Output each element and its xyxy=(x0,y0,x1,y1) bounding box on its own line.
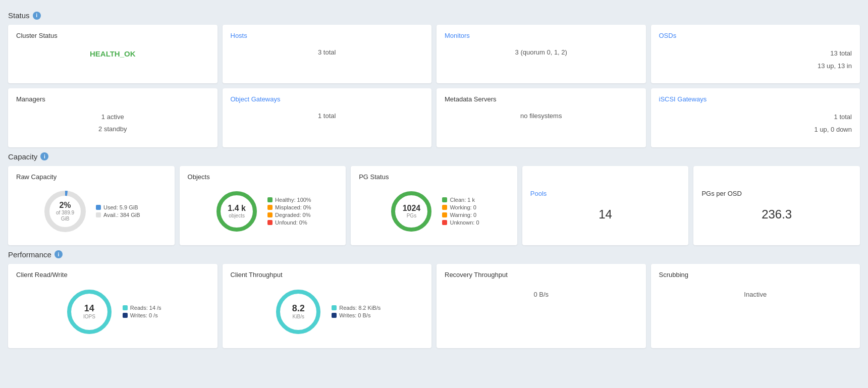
client-throughput-sub: KiB/s xyxy=(292,314,305,320)
client-rw-donut: 14 IOPS xyxy=(64,287,115,337)
raw-used-legend: Used: 5.9 GiB xyxy=(96,204,140,210)
client-reads-label: Reads: 14 /s xyxy=(130,305,161,311)
pg-unknown-dot xyxy=(442,220,447,225)
objects-healthy-label: Healthy: 100% xyxy=(275,197,311,203)
managers-title: Managers xyxy=(16,95,209,103)
objects-misplaced-legend: Misplaced: 0% xyxy=(267,204,311,210)
managers-line1: 1 active xyxy=(16,111,209,123)
hosts-card: Hosts 3 total xyxy=(223,25,432,83)
capacity-info-icon[interactable]: i xyxy=(40,152,48,160)
cluster-status-card: Cluster Status HEALTH_OK xyxy=(8,25,218,83)
throughput-writes-dot xyxy=(332,313,337,318)
raw-avail-label: Avail.: 384 GiB xyxy=(103,212,140,218)
osds-line1: 13 total xyxy=(659,47,852,60)
client-rw-chart: 14 IOPS Reads: 14 /s Writes: 0 /s xyxy=(16,283,209,341)
status-row-2: Managers 1 active 2 standby Object Gatew… xyxy=(8,88,860,147)
iscsi-line2: 1 up, 0 down xyxy=(659,124,852,136)
monitors-card: Monitors 3 (quorum 0, 1, 2) xyxy=(437,25,646,83)
raw-capacity-card: Raw Capacity 2% of 389.9 GiB Used: 5 xyxy=(8,166,175,245)
hosts-value: 3 total xyxy=(231,43,424,61)
objects-unfound-label: Unfound: 0% xyxy=(275,219,307,226)
objects-unfound-legend: Unfound: 0% xyxy=(267,219,311,226)
status-info-icon[interactable]: i xyxy=(33,12,41,20)
client-throughput-chart: 8.2 KiB/s Reads: 8.2 KiB/s Writes: 0 B/s xyxy=(231,283,424,341)
performance-section-header: Performance i xyxy=(8,250,860,259)
pgs-per-osd-card: PGs per OSD 236.3 xyxy=(693,166,860,245)
client-rw-card: Client Read/Write 14 IOPS Reads: 14 xyxy=(8,264,218,348)
pg-clean-label: Clean: 1 k xyxy=(450,197,475,203)
pools-value: 14 xyxy=(530,207,681,221)
objects-sub: objects xyxy=(228,213,246,219)
raw-capacity-label: 2% of 389.9 GiB xyxy=(54,200,77,222)
client-rw-center: 14 xyxy=(83,303,95,314)
performance-label: Performance xyxy=(8,250,51,259)
pg-unknown-legend: Unknown: 0 xyxy=(442,219,479,226)
pg-status-title: PG Status xyxy=(359,173,509,181)
raw-used-label: Used: 5.9 GiB xyxy=(103,204,138,210)
pg-working-dot xyxy=(442,205,447,210)
managers-values: 1 active 2 standby xyxy=(16,107,209,139)
client-throughput-legend: Reads: 8.2 KiB/s Writes: 0 B/s xyxy=(332,305,381,318)
objects-card: Objects 1.4 k objects Healthy: 100% xyxy=(180,166,346,245)
scrubbing-title: Scrubbing xyxy=(659,271,852,279)
status-label: Status xyxy=(8,11,30,20)
osds-values: 13 total 13 up, 13 in xyxy=(659,43,852,76)
raw-capacity-percent: 2% xyxy=(54,200,77,210)
raw-capacity-sub: of 389.9 GiB xyxy=(54,210,77,222)
monitors-title[interactable]: Monitors xyxy=(445,32,638,39)
recovery-throughput-title: Recovery Throughput xyxy=(445,271,638,279)
pg-warning-label: Warning: 0 xyxy=(450,212,476,218)
capacity-section-header: Capacity i xyxy=(8,152,860,161)
object-gateways-title[interactable]: Object Gateways xyxy=(231,95,424,103)
client-writes-dot xyxy=(123,313,128,318)
scrubbing-value: Inactive xyxy=(659,283,852,306)
iscsi-gateways-title[interactable]: iSCSI Gateways xyxy=(659,95,852,103)
objects-misplaced-dot xyxy=(267,205,273,210)
objects-legend: Healthy: 100% Misplaced: 0% Degraded: 0%… xyxy=(267,197,311,226)
client-rw-sub: IOPS xyxy=(83,314,95,320)
cluster-status-title: Cluster Status xyxy=(16,32,209,39)
client-writes-label: Writes: 0 /s xyxy=(130,312,158,318)
objects-healthy-legend: Healthy: 100% xyxy=(267,197,311,203)
objects-label: 1.4 k objects xyxy=(228,203,246,219)
raw-used-dot xyxy=(96,205,101,210)
throughput-reads-dot xyxy=(332,305,337,310)
client-rw-legend: Reads: 14 /s Writes: 0 /s xyxy=(123,305,161,318)
osds-card: OSDs 13 total 13 up, 13 in xyxy=(651,25,860,83)
hosts-title[interactable]: Hosts xyxy=(231,32,424,39)
iscsi-values: 1 total 1 up, 0 down xyxy=(659,107,852,140)
client-rw-title: Client Read/Write xyxy=(16,271,209,279)
performance-info-icon[interactable]: i xyxy=(55,250,63,258)
metadata-servers-card: Metadata Servers no filesystems xyxy=(437,88,646,147)
client-throughput-label: 8.2 KiB/s xyxy=(292,303,305,320)
client-throughput-center: 8.2 xyxy=(292,303,305,314)
throughput-reads-legend: Reads: 8.2 KiB/s xyxy=(332,305,381,311)
status-section-header: Status i xyxy=(8,11,860,20)
pg-status-sub: PGs xyxy=(403,213,421,219)
objects-degraded-legend: Degraded: 0% xyxy=(267,212,311,218)
performance-row: Client Read/Write 14 IOPS Reads: 14 xyxy=(8,264,860,348)
capacity-label: Capacity xyxy=(8,152,37,161)
objects-unfound-dot xyxy=(267,220,273,225)
pgs-per-osd-value: 236.3 xyxy=(701,207,852,221)
pg-warning-legend: Warning: 0 xyxy=(442,212,479,218)
pg-status-chart: 1024 PGs Clean: 1 k Working: 0 xyxy=(359,185,509,238)
raw-capacity-title: Raw Capacity xyxy=(16,173,167,181)
client-throughput-title: Client Throughput xyxy=(231,271,424,279)
pg-working-label: Working: 0 xyxy=(450,204,476,210)
object-gateways-card: Object Gateways 1 total xyxy=(223,88,432,147)
osds-title[interactable]: OSDs xyxy=(659,32,852,39)
pools-title[interactable]: Pools xyxy=(530,190,681,197)
raw-avail-legend: Avail.: 384 GiB xyxy=(96,212,140,218)
capacity-row: Raw Capacity 2% of 389.9 GiB Used: 5 xyxy=(8,166,860,245)
osds-line2: 13 up, 13 in xyxy=(659,60,852,73)
recovery-throughput-card: Recovery Throughput 0 B/s xyxy=(437,264,646,348)
objects-misplaced-label: Misplaced: 0% xyxy=(275,204,311,210)
metadata-servers-value: no filesystems xyxy=(445,107,638,125)
raw-capacity-donut: 2% of 389.9 GiB xyxy=(42,189,88,234)
client-throughput-card: Client Throughput 8.2 KiB/s Reads: 8 xyxy=(223,264,432,348)
objects-donut: 1.4 k objects xyxy=(214,189,259,234)
metadata-servers-title: Metadata Servers xyxy=(445,95,638,103)
pg-warning-dot xyxy=(442,212,447,217)
status-row-1: Cluster Status HEALTH_OK Hosts 3 total M… xyxy=(8,25,860,83)
